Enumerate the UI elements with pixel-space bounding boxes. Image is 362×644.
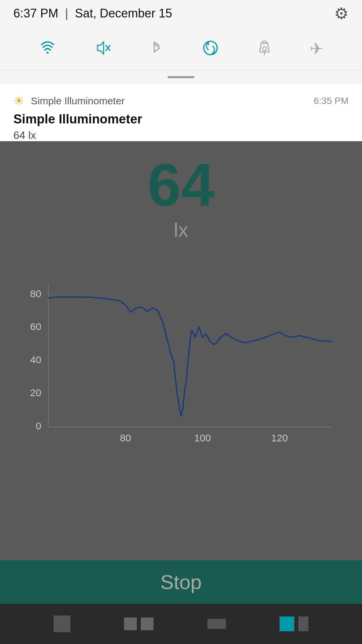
airplane-icon[interactable]: ✈	[310, 39, 323, 58]
recent-nav-bar[interactable]	[207, 619, 226, 629]
status-divider: |	[65, 6, 68, 20]
chart-svg: 0 20 40 60 80 80 100 120	[13, 255, 349, 463]
y-label-80: 80	[30, 288, 41, 299]
back-button[interactable]	[54, 615, 70, 632]
status-date: Sat, December 15	[75, 6, 172, 20]
y-label-20: 20	[30, 387, 41, 398]
notification-app-name: Simple Illuminometer	[31, 95, 307, 107]
svg-point-3	[204, 41, 217, 55]
notification-body: 64 lx	[13, 129, 349, 142]
wifi-icon[interactable]	[39, 38, 56, 59]
handle-bar	[168, 76, 194, 78]
nav-recent-group	[207, 619, 226, 629]
svg-point-0	[47, 52, 49, 54]
svg-point-5	[262, 47, 266, 51]
status-right: ⚙	[334, 4, 349, 23]
x-label-120: 120	[271, 432, 288, 443]
gear-icon[interactable]: ⚙	[334, 4, 349, 23]
illuminance-chart: 0 20 40 60 80 80 100 120	[13, 255, 349, 463]
gray-nav-sq[interactable]	[298, 616, 308, 631]
stop-button[interactable]: Stop	[0, 560, 362, 604]
notification-title: Simple Illuminometer	[13, 112, 349, 126]
flashlight-icon[interactable]	[257, 39, 272, 58]
nav-home-group	[124, 618, 154, 630]
notification-time: 6:35 PM	[314, 96, 349, 106]
y-label-60: 60	[30, 321, 41, 332]
drag-handle[interactable]	[0, 70, 362, 84]
y-label-0: 0	[36, 420, 41, 431]
home-nav-sq2[interactable]	[141, 618, 154, 630]
x-label-80: 80	[120, 432, 131, 443]
x-label-100: 100	[194, 432, 211, 443]
y-label-40: 40	[30, 354, 41, 365]
lux-value-display: 64	[147, 155, 215, 215]
nav-back-group	[54, 615, 70, 632]
status-bar: 6:37 PM | Sat, December 15 ⚙	[0, 0, 362, 27]
bottom-nav	[0, 604, 362, 644]
status-left: 6:37 PM | Sat, December 15	[13, 6, 172, 20]
notification-app-icon: ☀	[13, 94, 24, 108]
bluetooth-icon[interactable]	[149, 39, 164, 58]
quick-settings-bar: ✈	[0, 27, 362, 70]
status-time: 6:37 PM	[13, 6, 58, 20]
data-sync-icon[interactable]	[202, 39, 219, 58]
teal-nav-sq[interactable]	[280, 616, 294, 631]
notification-header: ☀ Simple Illuminometer 6:35 PM	[13, 94, 349, 108]
nav-extra-group	[280, 616, 308, 631]
app-content: 64 lx 0 20 40 60 80 80 100 120	[0, 141, 362, 644]
volume-mute-icon[interactable]	[94, 39, 112, 58]
home-nav-sq1[interactable]	[124, 618, 137, 630]
chart-line	[48, 297, 331, 416]
lux-unit-label: lx	[174, 218, 188, 241]
